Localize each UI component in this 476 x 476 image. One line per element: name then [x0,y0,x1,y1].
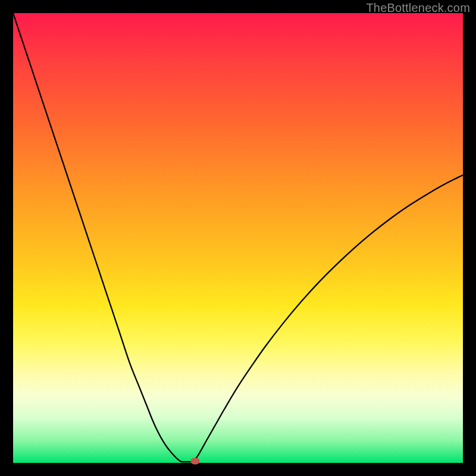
chart-marker [191,458,200,464]
watermark-text: TheBottleneck.com [366,1,470,15]
curve-path [13,13,463,462]
chart-frame: TheBottleneck.com [0,0,476,476]
chart-curve [13,13,463,463]
chart-plot-area [13,13,463,463]
